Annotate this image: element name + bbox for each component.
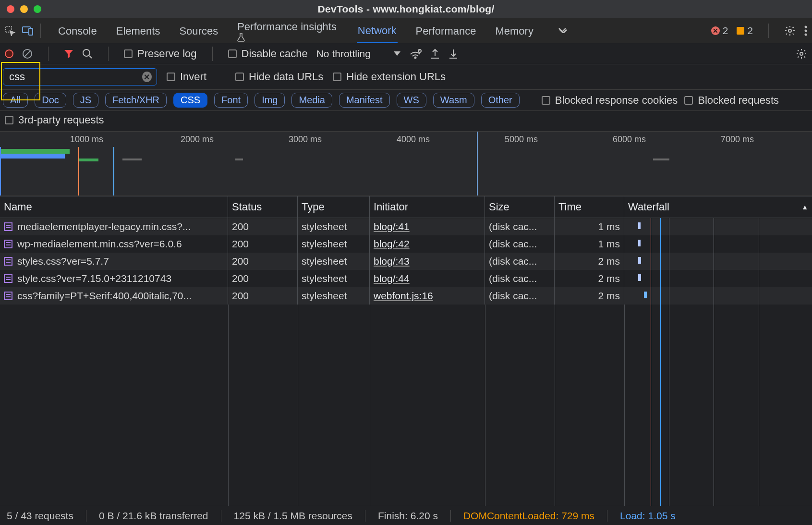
grid-line — [714, 305, 714, 506]
invert-label: Invert — [180, 71, 206, 83]
more-tabs-icon[interactable] — [557, 27, 569, 35]
throttling-select[interactable]: No throttling — [316, 48, 400, 60]
request-time: 2 ms — [555, 287, 624, 305]
third-party-checkbox[interactable] — [5, 116, 13, 124]
sort-icon: ▲ — [801, 203, 808, 211]
disable-cache-checkbox[interactable] — [228, 49, 237, 58]
device-toggle-icon[interactable] — [22, 25, 34, 36]
col-waterfall[interactable]: Waterfall▲ — [624, 196, 812, 218]
table-row[interactable]: mediaelementplayer-legacy.min.css?... 20… — [0, 218, 812, 235]
blocked-requests-checkbox[interactable] — [684, 96, 693, 105]
main-tabbar: Console Elements Sources Performance ins… — [0, 18, 812, 43]
chip-font[interactable]: Font — [214, 93, 248, 108]
col-type[interactable]: Type — [298, 196, 370, 218]
request-initiator[interactable]: blog/:42 — [374, 238, 410, 249]
blocked-requests[interactable]: Blocked requests — [684, 94, 779, 107]
col-size[interactable]: Size — [485, 196, 555, 218]
chip-fetchxhr[interactable]: Fetch/XHR — [105, 93, 167, 108]
chip-media[interactable]: Media — [291, 93, 332, 108]
clear-filter-icon[interactable]: ✕ — [142, 72, 152, 82]
record-button[interactable] — [5, 49, 13, 58]
hide-ext-urls-checkbox[interactable] — [333, 73, 341, 81]
grid-empty-area — [0, 305, 812, 506]
request-type: stylesheet — [298, 270, 370, 287]
network-conditions-icon[interactable] — [409, 49, 422, 59]
request-size: (disk cac... — [485, 253, 555, 270]
overview-bar — [653, 159, 669, 160]
col-time[interactable]: Time — [555, 196, 624, 218]
request-initiator[interactable]: blog/:41 — [374, 221, 410, 232]
start-handle[interactable] — [0, 147, 1, 195]
chip-other[interactable]: Other — [481, 93, 520, 108]
tab-performance-insights[interactable]: Performance insights — [236, 14, 339, 47]
blocked-cookies-checkbox[interactable] — [542, 96, 550, 105]
warning-count[interactable]: 2 — [737, 25, 753, 37]
error-count[interactable]: ✕ 2 — [711, 25, 728, 37]
chip-img[interactable]: Img — [255, 93, 285, 108]
filter-input[interactable] — [8, 70, 142, 84]
invert-filter[interactable]: Invert — [167, 71, 206, 83]
request-status: 200 — [228, 270, 298, 287]
filter-funnel-icon[interactable] — [64, 49, 73, 59]
table-row[interactable]: wp-mediaelement.min.css?ver=6.0.6 200 st… — [0, 235, 812, 253]
status-finish: Finish: 6.20 s — [378, 510, 438, 522]
disable-cache[interactable]: Disable cache — [228, 48, 308, 60]
hide-data-urls-checkbox[interactable] — [235, 73, 244, 81]
clear-icon[interactable] — [22, 49, 33, 59]
third-party-label: 3rd-party requests — [18, 114, 104, 126]
chip-js[interactable]: JS — [73, 93, 98, 108]
blocked-cookies[interactable]: Blocked response cookies — [542, 94, 678, 107]
tab-performance[interactable]: Performance — [415, 19, 477, 43]
request-initiator[interactable]: blog/:44 — [374, 273, 410, 284]
table-row[interactable]: style.css?ver=7.15.0+2311210743 200 styl… — [0, 270, 812, 287]
export-har-icon[interactable] — [430, 49, 440, 59]
preserve-log[interactable]: Preserve log — [124, 48, 197, 60]
svg-point-9 — [414, 57, 416, 58]
tab-elements[interactable]: Elements — [115, 19, 161, 43]
table-row[interactable]: css?family=PT+Serif:400,400italic,70... … — [0, 287, 812, 305]
grid-body[interactable]: mediaelementplayer-legacy.min.css?... 20… — [0, 218, 812, 506]
chip-doc[interactable]: Doc — [35, 93, 66, 108]
separator — [212, 47, 213, 61]
timeline-overview[interactable]: 1000 ms 2000 ms 3000 ms 4000 ms 5000 ms … — [0, 132, 812, 196]
chip-all[interactable]: All — [3, 93, 28, 108]
filter-input-wrapper[interactable]: ✕ — [3, 68, 157, 85]
dcl-waterfall-line — [651, 305, 651, 506]
col-status[interactable]: Status — [228, 196, 298, 218]
chip-wasm[interactable]: Wasm — [433, 93, 474, 108]
preserve-log-checkbox[interactable] — [124, 49, 133, 58]
request-status: 200 — [228, 235, 298, 253]
search-icon[interactable] — [82, 49, 93, 59]
svg-point-6 — [805, 33, 807, 36]
chip-ws[interactable]: WS — [397, 93, 426, 108]
gear-icon[interactable] — [784, 25, 796, 37]
table-row[interactable]: styles.css?ver=5.7.7 200 stylesheet blog… — [0, 253, 812, 270]
request-initiator[interactable]: webfont.js:16 — [374, 290, 433, 301]
request-name: mediaelementplayer-legacy.min.css?... — [17, 221, 191, 232]
inspect-icon[interactable] — [5, 25, 15, 36]
kebab-icon[interactable] — [804, 25, 807, 36]
panel-tabs: Console Elements Sources Performance ins… — [57, 14, 569, 47]
import-har-icon[interactable] — [448, 49, 458, 59]
svg-rect-2 — [29, 28, 33, 35]
chip-manifest[interactable]: Manifest — [339, 93, 390, 108]
tab-console[interactable]: Console — [57, 19, 98, 43]
playhead[interactable] — [477, 132, 478, 195]
tab-sources[interactable]: Sources — [178, 19, 219, 43]
panel-settings-icon[interactable] — [796, 48, 807, 60]
hide-ext-urls[interactable]: Hide extension URLs — [333, 71, 446, 83]
tab-memory[interactable]: Memory — [494, 19, 534, 43]
tab-network[interactable]: Network — [357, 18, 398, 43]
overview-bar — [0, 149, 70, 154]
invert-checkbox[interactable] — [167, 73, 175, 81]
hide-data-urls[interactable]: Hide data URLs — [235, 71, 323, 83]
col-initiator[interactable]: Initiator — [370, 196, 485, 218]
request-initiator[interactable]: blog/:43 — [374, 256, 410, 267]
request-size: (disk cac... — [485, 287, 555, 305]
waterfall-cell — [624, 235, 812, 253]
tab-perf-insights-label: Performance insights — [237, 21, 337, 33]
request-size: (disk cac... — [485, 218, 555, 235]
request-time: 2 ms — [555, 253, 624, 270]
chip-css[interactable]: CSS — [173, 93, 207, 108]
col-name[interactable]: Name — [0, 196, 228, 218]
